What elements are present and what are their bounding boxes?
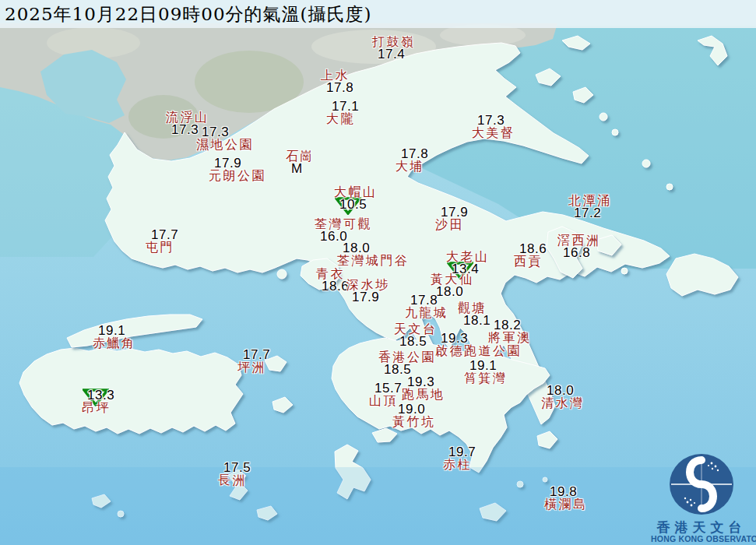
station-label: 石崗M [286, 150, 315, 175]
station-value: 18.1 [458, 315, 491, 327]
station-name: 昂坪 [82, 402, 114, 414]
station-name: 啟德跑道公園 [435, 345, 522, 357]
station-value: 16.8 [557, 247, 601, 259]
station-name: 赤柱 [443, 459, 476, 471]
station-value: 18.5 [394, 336, 438, 348]
title-bar: 2025年10月22日09時00分的氣溫(攝氏度) [0, 0, 756, 28]
station-label: 19.8橫瀾島 [544, 486, 588, 511]
station-name: 跑馬地 [402, 389, 445, 401]
station-name: 西貢 [514, 255, 547, 268]
station-label: 天文台18.5 [394, 323, 438, 348]
temperature-map-screen: 2025年10月22日09時00分的氣溫(攝氏度) 打鼓嶺17.4上水17.81… [0, 0, 756, 545]
station-label: 17.7屯門 [146, 229, 178, 254]
station-label: 北潭涌17.2 [568, 195, 612, 220]
station-value: 18.6 [316, 280, 349, 293]
station-name: 黃竹坑 [392, 416, 436, 428]
station-label: 荃灣可觀16.0 [315, 218, 372, 243]
station-value: M [286, 163, 315, 175]
station-name: 長洲 [218, 474, 251, 487]
station-label: 滘西洲16.8 [557, 234, 601, 259]
station-label: 大帽山10.5 [334, 186, 378, 211]
station-value: 17.4 [372, 48, 416, 61]
station-label: 19.3跑馬地 [402, 376, 445, 401]
station-layer: 打鼓嶺17.4上水17.817.1大隴流浮山17.317.3濕地公園17.3大美… [0, 0, 756, 545]
station-name: 屯門 [146, 241, 178, 254]
station-label: 19.0黃竹坑 [392, 403, 436, 428]
station-name: 沙田 [435, 219, 468, 231]
station-label: 觀塘18.1 [458, 302, 491, 327]
station-name: 大美督 [472, 127, 515, 139]
station-value: 10.5 [334, 199, 378, 211]
station-label: 13.3昂坪 [82, 389, 114, 414]
station-label: 17.1大隴 [326, 100, 359, 125]
station-label: 17.5長洲 [218, 462, 251, 487]
hko-logo: 香港天文台 HONG KONG OBSERVATORY [651, 453, 752, 543]
map-title: 2025年10月22日09時00分的氣溫(攝氏度) [5, 2, 372, 26]
station-label: 深水埗17.9 [346, 279, 390, 304]
station-label: 18.6西貢 [514, 243, 547, 268]
station-value: 17.2 [568, 207, 612, 220]
station-name: 橫瀾島 [544, 498, 588, 511]
station-label: 17.3大美督 [472, 114, 515, 139]
station-label: 青衣18.6 [316, 268, 349, 293]
station-label: 19.3啟德跑道公園 [435, 332, 522, 357]
hko-logo-chinese: 香港天文台 [651, 520, 752, 534]
station-value: 17.8 [321, 82, 353, 94]
station-label: 打鼓嶺17.4 [372, 36, 416, 61]
station-name: 荃灣城門谷 [337, 255, 410, 267]
hko-logo-icon [668, 453, 735, 517]
station-label: 17.3濕地公園 [196, 126, 254, 151]
hko-logo-english: HONG KONG OBSERVATORY [651, 534, 752, 543]
station-label: 18.0清水灣 [541, 385, 585, 410]
station-label: 17.8九龍城 [405, 294, 448, 319]
station-label: 19.7赤柱 [443, 446, 476, 471]
station-name: 九龍城 [405, 307, 448, 319]
station-name: 筲箕灣 [464, 372, 508, 385]
station-name: 元朗公園 [209, 170, 266, 182]
station-label: 上水17.8 [321, 69, 353, 94]
station-value: 17.9 [346, 291, 390, 304]
station-label: 17.7坪洲 [237, 349, 270, 374]
station-name: 清水灣 [541, 397, 585, 410]
station-label: 17.8大埔 [396, 148, 428, 173]
station-label: 19.1赤鱲角 [93, 325, 136, 350]
station-name: 大隴 [326, 113, 359, 125]
station-name: 大埔 [396, 160, 428, 173]
station-name: 濕地公園 [196, 139, 254, 151]
station-name: 坪洲 [237, 361, 270, 374]
station-name: 赤鱲角 [93, 337, 136, 350]
station-label: 19.1筲箕灣 [464, 360, 508, 385]
station-label: 17.9沙田 [435, 206, 468, 231]
station-label: 17.9元朗公園 [209, 157, 266, 182]
station-label: 18.0荃灣城門谷 [337, 242, 410, 267]
station-label: 香港公園18.5 [378, 351, 436, 376]
